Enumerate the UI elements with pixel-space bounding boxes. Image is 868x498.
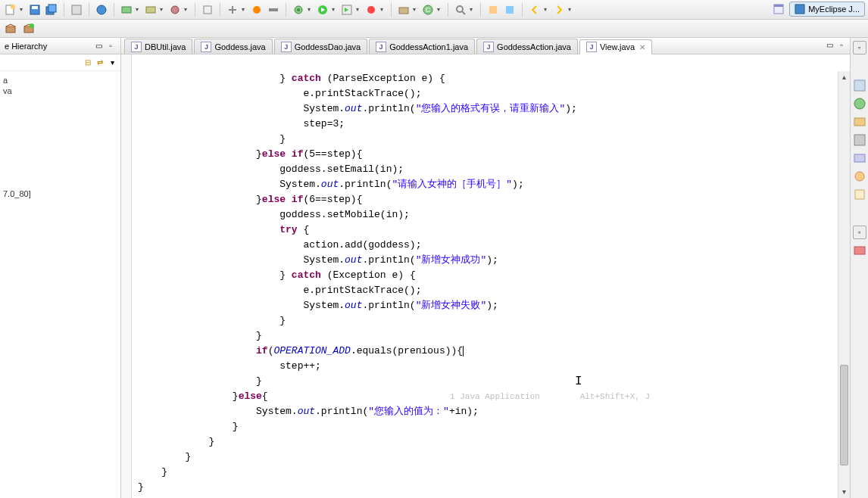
tool-icon-2[interactable] [119, 2, 134, 17]
svg-rect-34 [854, 118, 865, 126]
view-menu-icon[interactable]: ▫ [105, 41, 116, 51]
restore-view-icon-2[interactable]: ▫ [853, 226, 866, 239]
back-icon[interactable] [527, 2, 542, 17]
svg-point-33 [854, 98, 865, 109]
editor-gutter[interactable] [121, 54, 132, 498]
dropdown-arrow-icon[interactable]: ▾ [20, 6, 26, 13]
java-file-icon: J [586, 42, 597, 52]
box-icon-2[interactable] [21, 21, 36, 36]
tool-icon-11[interactable] [502, 2, 517, 17]
view-icon-4[interactable] [853, 170, 866, 183]
run-icon[interactable] [315, 2, 330, 17]
svg-rect-27 [774, 5, 783, 7]
svg-rect-6 [72, 5, 81, 14]
restore-view-icon[interactable]: ▫ [853, 41, 866, 54]
scroll-down-icon[interactable]: ▾ [838, 486, 850, 498]
tab-goddessdao[interactable]: JGoddessDao.java [274, 39, 367, 54]
text-cursor [463, 346, 464, 356]
tab-view[interactable]: JView.java✕ [579, 39, 652, 54]
restore-icon[interactable]: ▫ [836, 39, 847, 50]
new-class-icon[interactable]: C [420, 2, 436, 17]
fast-view-bar: ▫ ▫ [850, 38, 868, 498]
svg-rect-13 [269, 8, 278, 11]
svg-rect-39 [854, 247, 865, 254]
tab-goddessaction[interactable]: JGoddessAction.java [476, 39, 578, 54]
view-icon-2[interactable] [853, 133, 866, 147]
view-toolbar: ⊟ ⇄ ▾ [0, 54, 120, 71]
svg-point-31 [30, 23, 34, 28]
tool-icon-7[interactable] [249, 2, 264, 17]
tool-icon-10[interactable] [486, 2, 501, 17]
perspective-label: MyEclipse J... [808, 5, 860, 14]
view-icon-6[interactable] [853, 244, 866, 257]
view-dropdown-icon[interactable]: ▾ [107, 58, 117, 68]
svg-line-23 [462, 11, 465, 14]
tool-icon-1[interactable] [69, 2, 84, 17]
scroll-track[interactable] [838, 83, 850, 486]
box-icon-1[interactable] [3, 21, 18, 36]
collapse-icon[interactable]: ⊟ [83, 58, 93, 68]
tool-icon-8[interactable] [266, 2, 281, 17]
tool-icon-3[interactable] [143, 2, 158, 17]
forward-icon[interactable] [551, 2, 567, 17]
globe-icon[interactable] [94, 2, 109, 17]
perspective-button[interactable]: MyEclipse J... [789, 2, 865, 17]
vertical-scrollbar[interactable]: ▴ ▾ [838, 71, 850, 498]
svg-rect-38 [855, 190, 864, 199]
svg-point-37 [855, 172, 864, 181]
outline-icon[interactable] [853, 79, 866, 92]
java-file-icon: J [201, 42, 211, 52]
new-package-icon[interactable] [396, 2, 411, 17]
svg-point-18 [367, 6, 375, 14]
scroll-up-icon[interactable]: ▴ [838, 71, 850, 83]
svg-rect-28 [795, 5, 804, 14]
view-icon-1[interactable] [853, 115, 866, 129]
svg-rect-8 [122, 7, 131, 13]
view-title: e Hierarchy [5, 42, 47, 51]
save-all-icon[interactable] [44, 2, 59, 17]
view-header: e Hierarchy ▭ ▫ [0, 38, 120, 54]
svg-rect-35 [854, 135, 865, 145]
tree-item[interactable]: a [3, 76, 117, 85]
view-icon-5[interactable] [853, 188, 866, 201]
tasks-icon[interactable] [853, 97, 866, 110]
svg-rect-32 [854, 80, 865, 91]
tree-item[interactable]: va [3, 86, 117, 95]
maximize-icon[interactable]: ▭ [824, 39, 835, 50]
tool-icon-4[interactable] [167, 2, 183, 17]
svg-rect-11 [204, 6, 211, 14]
hierarchy-tree[interactable]: a va 7.0_80] [0, 71, 120, 498]
editor-area: JDBUtil.java JGoddess.java JGoddessDao.j… [121, 38, 850, 498]
tab-goddess[interactable]: JGoddess.java [194, 39, 272, 54]
tool-icon-9[interactable] [364, 2, 379, 17]
svg-rect-5 [48, 5, 56, 12]
tab-goddessaction1[interactable]: JGoddessAction1.java [369, 39, 475, 54]
secondary-toolbar [0, 20, 868, 38]
minimize-icon[interactable]: ▭ [93, 41, 104, 51]
tab-dbutil[interactable]: JDBUtil.java [124, 39, 192, 54]
tool-icon-6[interactable] [225, 2, 240, 17]
svg-point-7 [97, 5, 106, 14]
new-icon[interactable] [3, 2, 18, 17]
svg-rect-36 [854, 154, 865, 162]
java-file-icon: J [483, 42, 494, 52]
search-icon[interactable] [453, 2, 468, 17]
perspective-switcher: MyEclipse J... [771, 2, 865, 17]
svg-rect-9 [146, 7, 155, 13]
svg-text:C: C [426, 6, 431, 14]
scroll-thumb[interactable] [840, 365, 848, 465]
link-icon[interactable]: ⇄ [95, 58, 105, 68]
svg-rect-19 [399, 8, 408, 14]
view-icon-3[interactable] [853, 151, 866, 165]
close-icon[interactable]: ✕ [639, 43, 645, 51]
tree-item[interactable]: 7.0_80] [3, 189, 117, 198]
open-perspective-icon[interactable] [771, 2, 786, 17]
run-ext-icon[interactable] [339, 2, 354, 17]
debug-icon[interactable] [291, 2, 306, 17]
editor-body: } catch (ParseException e) { e.printStac… [121, 54, 850, 498]
code-area[interactable]: } catch (ParseException e) { e.printStac… [132, 54, 850, 498]
tool-icon-5[interactable] [200, 2, 215, 17]
save-icon[interactable] [27, 2, 42, 17]
main-toolbar: ▾ ▾ ▾ ▾ ▾ ▾ ▾ ▾ ▾ ▾ C▾ ▾ ▾ ▾ MyEclipse J… [0, 0, 868, 20]
svg-point-15 [297, 8, 300, 11]
